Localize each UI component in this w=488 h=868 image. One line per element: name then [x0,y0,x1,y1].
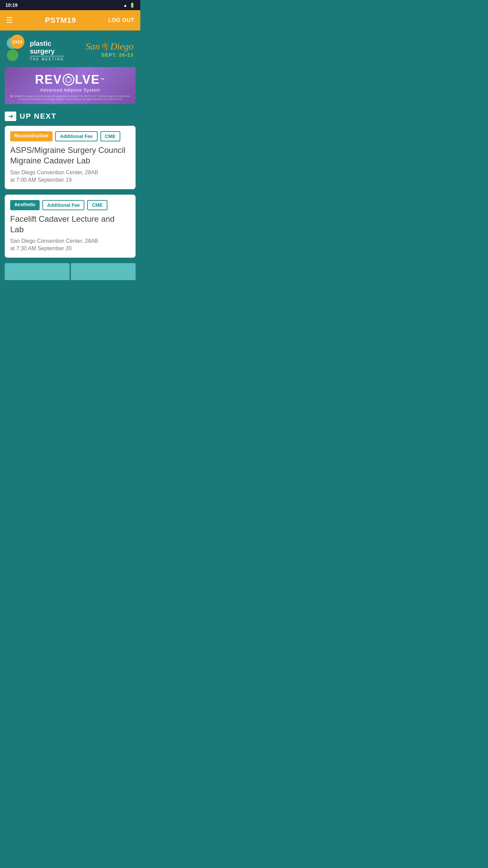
tag-reconstructive: Reconstructive [10,131,53,141]
event-1-location: San Diego Convention Center, 28AB [10,170,130,176]
ps-logo-badge: 2019 plastic surgery THE MEETING [7,37,64,61]
diego-text: Diego [110,41,134,52]
event-1-title: ASPS/Migraine Surgery Council Migraine C… [10,145,130,166]
tag-additional-fee-2: Additional Fee [42,200,84,210]
ps-line2: surgery [30,47,64,55]
event-1-time: at 7:00 AM September 19 [10,177,130,183]
up-next-header: ➜ UP NEXT [5,112,136,121]
revolve-tagline: Advanced Adipose System [9,87,131,93]
bottom-nav-right[interactable] [71,263,136,280]
main-content: 2019 plastic surgery THE MEETING San 🌴 D… [0,31,140,287]
event-2-time: at 7:30 AM September 20 [10,245,130,252]
app-header: ☰ PSTM19 LOG OUT [0,10,140,31]
tag-cme-2: CME [87,200,107,210]
revolve-r: R [35,73,44,87]
event-2-location: San Diego Convention Center, 28AB [10,238,130,244]
tag-additional-fee-1: Additional Fee [55,131,97,141]
revolve-e: EV [44,73,62,87]
battery-icon: 🔋 [129,3,135,8]
bottom-nav [5,263,136,280]
revolve-lve: LVE [75,73,100,87]
ps-line1: plastic [30,40,64,47]
event-card-1[interactable]: Reconstructive Additional Fee CME ASPS/M… [5,126,136,189]
bottom-nav-left[interactable] [5,263,69,280]
san-diego-block: San 🌴 Diego SEPT. 20-23 [86,41,134,58]
ps-text-block: plastic surgery THE MEETING [30,40,64,61]
ad-banner[interactable]: R EV LVE ™ Advanced Adipose System 🌸 All… [5,67,136,104]
event-card-2[interactable]: Aesthetic Additional Fee CME Facelift Ca… [5,195,136,258]
event-2-tags: Aesthetic Additional Fee CME [10,200,130,210]
logout-button[interactable]: LOG OUT [108,17,134,23]
status-icons: ▲ 🔋 [123,3,135,8]
svg-point-0 [63,74,74,85]
menu-icon[interactable]: ☰ [6,16,13,25]
san-diego-text: San [86,41,100,52]
signal-icon: ▲ [123,3,127,8]
event-logo-area: 2019 plastic surgery THE MEETING San 🌴 D… [5,37,136,61]
event-dates: SEPT. 20-23 [86,52,134,58]
ps-logo: 2019 plastic surgery THE MEETING [7,37,64,61]
svg-point-2 [67,76,69,78]
palm-icon: 🌴 [101,42,110,51]
tag-aesthetic: Aesthetic [10,200,40,210]
status-bar: 10:19 ▲ 🔋 [0,0,140,10]
up-next-arrow-icon: ➜ [5,112,16,121]
event-2-title: Facelift Cadaver Lecture and Lab [10,214,130,235]
tag-cme-1: CME [100,131,120,141]
ps-line3: THE MEETING [30,56,64,61]
ps-year-bubble: 2019 [10,35,24,49]
revolve-tm: ™ [101,77,105,82]
event-1-tags: Reconstructive Additional Fee CME [10,131,130,141]
revolve-brand: R EV LVE ™ [9,73,131,87]
status-time: 10:19 [5,2,18,8]
revolve-o-svg [62,74,75,86]
up-next-label: UP NEXT [20,112,57,121]
ps-circle-bottom [7,50,18,61]
ad-disclaimer: 🌸 Allergan® Allergan® and its design are… [9,95,131,101]
app-title: PSTM19 [45,16,76,25]
